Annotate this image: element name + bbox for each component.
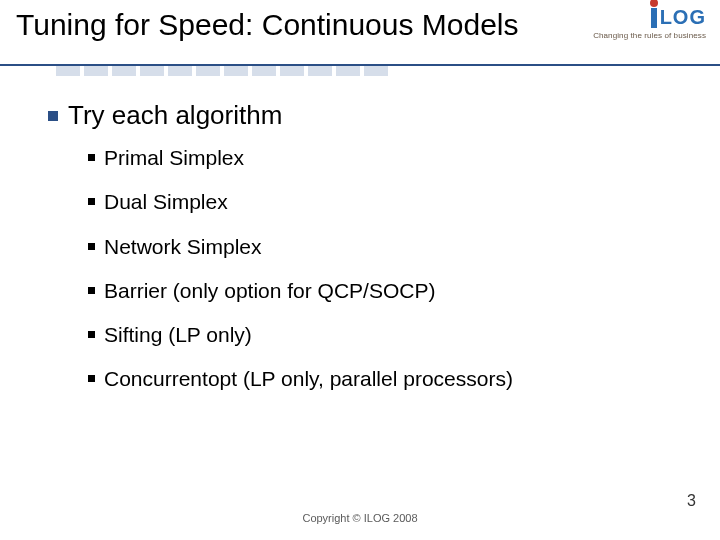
logo-i-icon xyxy=(651,8,657,28)
page-number: 3 xyxy=(687,492,696,510)
list-item-label: Primal Simplex xyxy=(104,145,244,171)
logo-text: LOG xyxy=(660,6,706,29)
square-bullet-icon xyxy=(88,243,95,250)
list-item-label: Dual Simplex xyxy=(104,189,228,215)
list-item-label: Network Simplex xyxy=(104,234,262,260)
heading-item: Try each algorithm xyxy=(48,100,680,131)
square-bullet-icon xyxy=(48,111,58,121)
square-bullet-icon xyxy=(88,154,95,161)
sub-list: Primal Simplex Dual Simplex Network Simp… xyxy=(88,145,680,393)
square-bullet-icon xyxy=(88,287,95,294)
heading-text: Try each algorithm xyxy=(68,100,282,131)
rule-blocks-icon xyxy=(56,66,388,76)
list-item: Primal Simplex xyxy=(88,145,680,171)
square-bullet-icon xyxy=(88,331,95,338)
title-area: Tuning for Speed: Continuous Models LOG … xyxy=(0,0,720,64)
footer-copyright: Copyright © ILOG 2008 xyxy=(0,512,720,524)
logo-tagline: Changing the rules of business xyxy=(593,31,706,40)
list-item-label: Concurrentopt (LP only, parallel process… xyxy=(104,366,513,392)
list-item: Barrier (only option for QCP/SOCP) xyxy=(88,278,680,304)
list-item-label: Sifting (LP only) xyxy=(104,322,252,348)
list-item: Network Simplex xyxy=(88,234,680,260)
list-item-label: Barrier (only option for QCP/SOCP) xyxy=(104,278,435,304)
list-item: Sifting (LP only) xyxy=(88,322,680,348)
square-bullet-icon xyxy=(88,198,95,205)
list-item: Dual Simplex xyxy=(88,189,680,215)
title-underline xyxy=(0,64,720,76)
content-area: Try each algorithm Primal Simplex Dual S… xyxy=(0,76,720,393)
square-bullet-icon xyxy=(88,375,95,382)
slide-title: Tuning for Speed: Continuous Models xyxy=(16,8,519,42)
logo-mark: LOG xyxy=(593,6,706,29)
logo: LOG Changing the rules of business xyxy=(593,6,706,40)
slide: Tuning for Speed: Continuous Models LOG … xyxy=(0,0,720,540)
list-item: Concurrentopt (LP only, parallel process… xyxy=(88,366,680,392)
